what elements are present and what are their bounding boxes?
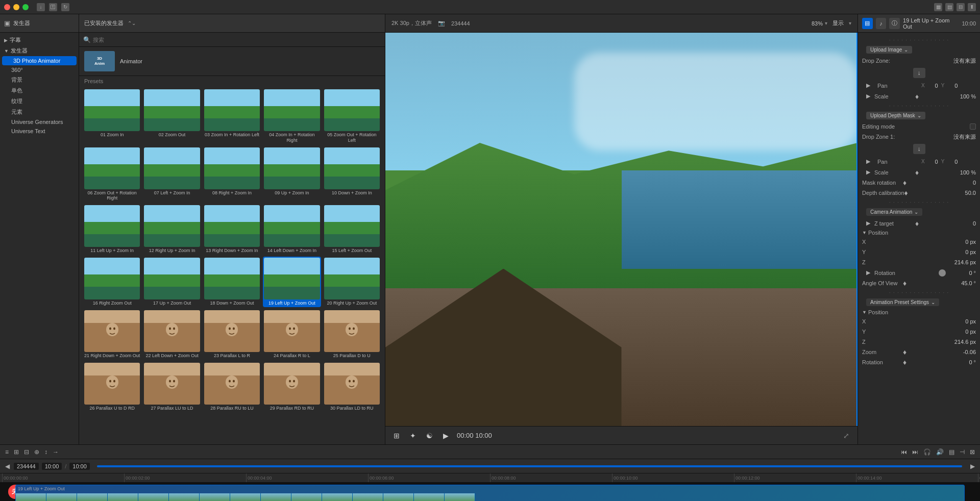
sidebar-item-universe-text[interactable]: Universe Text (0, 127, 79, 136)
scale2-expand-icon[interactable]: ▶ (862, 168, 874, 177)
preset-item-10[interactable]: 10 Down + Zoom In (323, 146, 381, 203)
angle-of-view-value[interactable]: 45.0 ° (961, 280, 976, 286)
insert-button[interactable]: ⊕ (33, 447, 40, 457)
fullscreen-button[interactable]: ⤢ (841, 431, 851, 441)
editing-mode-checkbox[interactable] (970, 123, 976, 130)
preset-item-22[interactable]: 22 Left Down + Zoom Out (143, 309, 201, 360)
tab-video-inspector[interactable]: ▤ (862, 18, 873, 29)
zoom-dropdown-arrow[interactable]: ▾ (825, 20, 827, 26)
preset-item-25[interactable]: 25 Parallax D to U (323, 309, 381, 360)
index-button[interactable]: ≡ (4, 447, 10, 457)
sidebar-item-background[interactable]: 背景 (0, 74, 79, 85)
search-input[interactable] (93, 37, 381, 43)
preset-item-3[interactable]: 03 Zoom In + Rotation Left (203, 88, 261, 144)
scale2-slider-icon[interactable]: ♦ (915, 168, 919, 177)
drop-arrow-button[interactable]: ↓ (913, 68, 925, 78)
list-view-icon[interactable]: ▤ (945, 3, 953, 11)
rotation-expand[interactable]: ▶ (862, 268, 874, 277)
transport-progress-bar[interactable] (97, 465, 962, 467)
preset-item-8[interactable]: 08 Right + Zoom In (203, 146, 261, 203)
display-dropdown-arrow[interactable]: ▾ (849, 20, 851, 26)
angle-slider[interactable]: ♦ (903, 279, 906, 287)
z-target-slider[interactable]: ♦ (915, 219, 919, 228)
pan2-expand-icon[interactable]: ▶ (862, 157, 874, 166)
pos-x-value[interactable]: 0 px (965, 239, 976, 245)
depth-cal-value[interactable]: 50.0 (965, 190, 976, 196)
zoom-slider[interactable]: ♦ (903, 348, 906, 356)
rotation2-value[interactable]: 0 ° (969, 359, 976, 365)
sidebar-group-generators[interactable]: ▼ 发生器 (0, 45, 79, 56)
upload-image-button[interactable]: Upload Image ⌄ (866, 46, 912, 54)
sidebar-item-texture[interactable]: 纹理 (0, 96, 79, 107)
crop-tool-button[interactable]: ⊞ (391, 431, 402, 441)
skip-forward-button[interactable]: ⏭ (911, 447, 919, 457)
scale-expand-icon[interactable]: ▶ (862, 92, 874, 101)
preset-item-24[interactable]: 24 Parallax R to L (263, 309, 321, 360)
scale2-value[interactable]: 100 % (960, 169, 976, 176)
preset-item-30[interactable]: 30 Parallax LD to RU (323, 362, 381, 412)
mute-button[interactable]: 🔊 (935, 447, 945, 457)
preset-item-9[interactable]: 09 Up + Zoom In (263, 146, 321, 203)
sidebar-item-element[interactable]: 元素 (0, 107, 79, 117)
pan-expand-icon[interactable]: ▶ (862, 81, 874, 90)
generator-sort-icon[interactable]: ⌃⌄ (128, 20, 136, 26)
pos2-z-value[interactable]: 214.6 px (954, 339, 976, 345)
depth-cal-slider[interactable]: ♦ (904, 189, 908, 197)
z-target-value[interactable]: 0 (973, 220, 976, 227)
pos2-x-value[interactable]: 0 px (965, 318, 976, 324)
timeline-clip[interactable]: 19 Left Up + Zoom Out (15, 485, 965, 501)
minimize-button[interactable] (13, 4, 19, 10)
preset-item-13[interactable]: 13 Right Down + Zoom In (203, 204, 261, 255)
pan-y-value[interactable]: 0 (947, 83, 958, 89)
rotation-dial[interactable] (939, 269, 946, 277)
skip-back-button[interactable]: ⏮ (900, 447, 908, 457)
sidebar-group-captions[interactable]: ▶ 字幕 (0, 35, 79, 45)
clip-btn[interactable]: ▤ (948, 447, 955, 457)
sidebar-item-3d-photo-animator[interactable]: 3D Photo Animator (2, 56, 77, 65)
refresh-icon[interactable]: ↻ (61, 3, 69, 11)
mask-rotation-slider[interactable]: ♦ (903, 179, 906, 187)
preset-item-26[interactable]: 26 Parallax U to D RD (83, 362, 141, 412)
rotation2-slider[interactable]: ♦ (903, 358, 906, 366)
preset-item-12[interactable]: 12 Right Up + Zoom In (143, 204, 201, 255)
next-frame-button[interactable]: ▶ (969, 462, 976, 471)
preset-item-18[interactable]: 18 Down + Zoom Out (203, 257, 261, 307)
play-button[interactable]: ▶ (441, 431, 451, 441)
drop-arrow2-button[interactable]: ↓ (913, 144, 925, 154)
tab-audio-inspector[interactable]: ♪ (876, 18, 887, 29)
preset-item-14[interactable]: 14 Left Down + Zoom In (263, 204, 321, 255)
upload-depth-button[interactable]: Upload Depth Mask ⌄ (866, 112, 925, 119)
sidebar-item-360[interactable]: 360° (0, 65, 79, 74)
pos-y-value[interactable]: 0 px (965, 249, 976, 255)
split-view-icon[interactable]: ⊟ (957, 3, 965, 11)
headphone-button[interactable]: 🎧 (922, 447, 932, 457)
preset-item-11[interactable]: 11 Left Up + Zoom In (83, 204, 141, 255)
select-mode-button[interactable]: ↕ (43, 447, 48, 457)
sidebar-item-universe-gen[interactable]: Universe Generators (0, 117, 79, 127)
preset-item-15[interactable]: 15 Left + Zoom Out (323, 204, 381, 255)
trim-tool-button[interactable]: ⊟ (23, 447, 30, 457)
position2-section-header[interactable]: ▼ Position (858, 308, 980, 316)
scale-slider-icon[interactable]: ♦ (915, 92, 919, 101)
preset-item-23[interactable]: 23 Parallax L to R (203, 309, 261, 360)
grid-view-icon[interactable]: ▦ (934, 3, 942, 11)
mask-rotation-value[interactable]: 0 (973, 180, 976, 186)
zoom-fit-button[interactable]: ⊠ (969, 447, 976, 457)
pos2-y-value[interactable]: 0 px (965, 329, 976, 335)
download-icon[interactable]: ↓ (37, 3, 45, 11)
snap-button[interactable]: ⊣ (959, 447, 966, 457)
transport-timecode[interactable]: 234444 (14, 463, 39, 470)
sidebar-item-solid[interactable]: 单色 (0, 85, 79, 96)
preset-item-2[interactable]: 02 Zoom Out (143, 88, 201, 144)
preset-item-6[interactable]: 06 Zoom Out + Rotation Right (83, 146, 141, 203)
preset-item-16[interactable]: 16 Right Zoom Out (83, 257, 141, 307)
preset-item-21[interactable]: 21 Right Down + Zoom Out (83, 309, 141, 360)
camera-animation-button[interactable]: Camera Animation ⌄ (866, 208, 922, 216)
preset-item-5[interactable]: 05 Zoom Out + Rotation Left (323, 88, 381, 144)
position-section-header[interactable]: ▼ Position (858, 229, 980, 237)
preset-item-4[interactable]: 04 Zoom In + Rotation Right (263, 88, 321, 144)
transform-tool-button[interactable]: ✦ (408, 431, 418, 441)
preset-item-29[interactable]: 29 Parallax RD to RU (263, 362, 321, 412)
tab-info[interactable]: ⓘ (889, 18, 900, 29)
zoom-value[interactable]: -0.06 (963, 349, 976, 355)
